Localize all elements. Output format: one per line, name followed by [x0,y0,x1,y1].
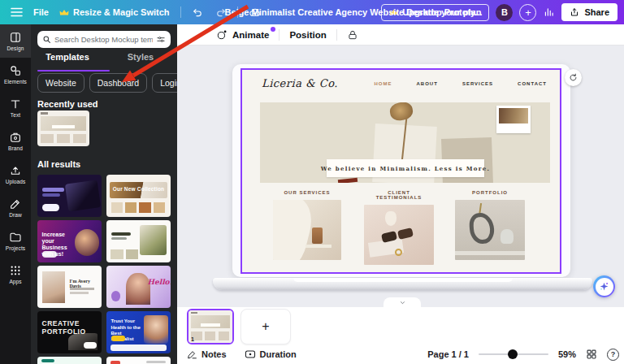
rotate-icon [569,73,578,82]
duration-icon [245,349,256,359]
animate-button[interactable]: Animate [206,24,279,46]
canva-editor: File Resize & Magic Switch Beige Minimal… [0,0,624,364]
tab-styles[interactable]: Styles [104,52,177,72]
new-feature-dot [271,27,275,32]
design-nav-about: ABOUT [417,81,438,86]
crown-icon [59,9,69,16]
duration-button[interactable]: Duration [245,349,297,359]
grid-view-icon[interactable] [586,349,597,360]
canvas-area[interactable]: Liceria & Co. HOME ABOUT SERVICES CONTAC… [177,46,624,307]
design-polaroid [496,106,531,133]
sidebar-item-draw[interactable]: Draw [0,191,31,224]
sidebar-item-label: Draw [9,212,22,218]
recently-used-heading: Recently used [37,99,98,109]
sparkle-icon [599,281,609,292]
position-button[interactable]: Position [280,24,336,46]
design-section-portfolio: PORTFOLIO [455,190,525,260]
sidebar-item-design[interactable]: Design [0,24,31,58]
sidebar-item-text[interactable]: Text [0,91,31,124]
all-results-heading: All results [37,159,80,169]
page-1-thumbnail[interactable]: 1 [187,309,234,344]
uploads-icon [9,164,22,177]
text-icon [9,98,22,110]
panel-tabs: Templates Styles [31,52,177,72]
design-nav-services: SERVICES [462,81,493,86]
thumbnail-text: CREATIVEPORTFOLIO [42,320,86,336]
website-design-selected[interactable]: Liceria & Co. HOME ABOUT SERVICES CONTAC… [240,68,561,274]
hamburger-menu-icon[interactable] [11,7,23,17]
sidebar-item-uploads[interactable]: Uploads [0,158,31,191]
left-sidebar: Design Elements Text Brand Uploads Draw … [0,24,31,364]
thumbnail-text: I'm Avery Davis [70,279,99,288]
template-thumbnail-health[interactable]: Trust Your Health to the Best Specialist [106,311,171,353]
sidebar-item-projects[interactable]: Projects [0,224,31,258]
search-input[interactable] [54,35,153,44]
template-search-bar[interactable] [37,31,171,48]
chip-login[interactable]: Login [152,73,177,93]
thumbnail-text: Hello! [148,278,171,286]
chevron-down-icon [399,300,406,306]
mini-site-preview [37,110,89,146]
elements-icon [9,64,22,77]
design-nav-home: HOME [375,81,392,86]
lock-button[interactable] [337,24,368,46]
design-section-testimonials: CLIENT TESTIMONIALS [364,190,434,265]
document-title[interactable]: Beige Minimalist Creative Agency Website… [224,0,482,24]
template-thumbnail-light[interactable] [106,357,171,364]
lock-icon [347,29,358,41]
draw-icon [9,197,22,210]
notes-button[interactable]: Notes [187,349,227,360]
top-bar: File Resize & Magic Switch Beige Minimal… [0,0,624,24]
status-bar: Notes Duration Page 1 / 1 59% ? [177,344,624,364]
filter-chips: Website Dashboard Login About › [37,73,177,93]
share-button[interactable]: Share [561,3,618,21]
resize-magic-switch-button[interactable]: Resize & Magic Switch [59,7,170,17]
rotate-element-button[interactable] [565,69,582,86]
laptop-mockup-base[interactable] [213,278,592,290]
account-avatar[interactable]: B [496,4,513,21]
design-header: Liceria & Co. HOME ABOUT SERVICES CONTAC… [242,70,560,101]
add-page-button[interactable]: + [240,309,291,344]
template-thumbnail-hello[interactable]: Hello! [106,266,171,308]
template-thumbnail-increase-business[interactable]: Increase your Business with us! [37,220,102,262]
zoom-slider[interactable] [479,353,548,355]
brand-icon [9,131,22,144]
templates-panel: Templates Styles Website Dashboard Login… [31,24,177,364]
sidebar-item-apps[interactable]: Apps [0,258,31,291]
template-thumbnail-dark-tech[interactable] [37,175,102,217]
template-thumbnail-new-collection[interactable]: Our New Collection [106,175,171,217]
page-indicator: Page 1 / 1 [427,349,469,359]
add-member-button[interactable]: + [519,4,536,21]
help-button[interactable]: ? [607,349,619,361]
template-thumbnail-creative-portfolio[interactable]: CREATIVEPORTFOLIO [37,311,102,353]
chip-dashboard[interactable]: Dashboard [89,73,147,93]
insights-chart-icon[interactable] [543,6,555,18]
sidebar-item-label: Projects [6,245,25,251]
undo-button[interactable] [192,6,204,19]
zoom-slider-knob[interactable] [508,349,518,359]
magic-assistant-button[interactable] [593,275,615,297]
share-icon [570,7,579,17]
tab-templates[interactable]: Templates [31,52,104,72]
thumbnail-text: Our New Collection [111,186,165,192]
template-thumbnail-food-green[interactable] [106,220,171,262]
design-icon [9,31,22,44]
collapse-pages-tab[interactable] [384,297,421,307]
sidebar-item-elements[interactable]: Elements [0,58,31,91]
file-menu-button[interactable]: File [33,7,49,17]
filter-sliders-icon[interactable] [156,35,166,44]
zoom-level[interactable]: 59% [558,349,576,359]
template-thumbnail-teal[interactable] [37,357,102,364]
design-nav-contact: CONTACT [518,81,547,86]
design-logo: Liceria & Co. [262,77,338,89]
bottom-panel: 1 + Notes Duration Page 1 / 1 59% ? [177,307,624,364]
design-headline-banner: We believe in Minimalism. Less is More. [327,159,484,177]
sidebar-item-label: Uploads [6,179,26,184]
chip-website[interactable]: Website [37,73,84,93]
sidebar-item-brand[interactable]: Brand [0,124,31,158]
template-grid: Our New Collection Increase your Busines… [37,175,171,364]
projects-icon [9,231,22,244]
recently-used-template-thumbnail[interactable] [37,110,89,146]
animate-icon [216,29,228,41]
template-thumbnail-avery-portfolio[interactable]: I'm Avery Davis [37,266,102,308]
